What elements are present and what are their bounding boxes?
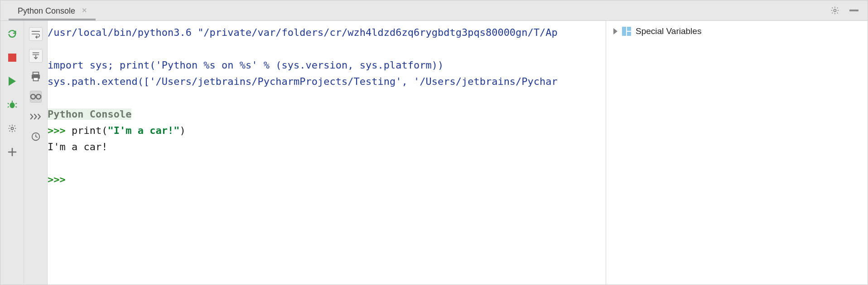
variables-group-icon <box>622 27 631 36</box>
console-extend-line: sys.path.extend(['/Users/jetbrains/Pycha… <box>48 76 558 87</box>
console-stmt-suffix: ) <box>179 125 185 136</box>
console-prompt-empty: >>> <box>48 174 72 185</box>
svg-line-8 <box>7 107 9 108</box>
console-heading: Python Console <box>48 108 131 120</box>
settings-icon[interactable] <box>6 123 18 134</box>
svg-line-9 <box>15 107 17 108</box>
svg-marker-3 <box>9 77 16 86</box>
stop-icon[interactable] <box>6 52 18 64</box>
tool-window-body: /usr/local/bin/python3.6 "/private/var/f… <box>0 21 868 285</box>
close-tab-icon[interactable]: ✕ <box>82 6 87 15</box>
console-interpreter-line: /usr/local/bin/python3.6 "/private/var/f… <box>48 27 558 38</box>
console-stmt-string: "I'm a car!" <box>107 125 179 136</box>
rerun-icon[interactable] <box>6 28 18 40</box>
run-toolbar <box>0 21 24 285</box>
svg-line-7 <box>15 103 17 104</box>
console-prompt: >>> <box>48 125 72 136</box>
hide-icon[interactable] <box>849 5 859 16</box>
console-stmt-prefix: print( <box>72 125 107 136</box>
variables-panel: Special Variables <box>606 21 868 285</box>
tab-python-console[interactable]: Python Console ✕ <box>9 3 96 20</box>
debug-icon[interactable] <box>6 99 18 111</box>
svg-point-4 <box>10 103 14 108</box>
special-variables-label: Special Variables <box>636 26 701 36</box>
gear-icon[interactable] <box>829 5 840 16</box>
show-variables-icon[interactable] <box>30 91 42 103</box>
svg-point-20 <box>31 94 35 99</box>
tab-title: Python Console <box>18 6 75 16</box>
run-icon[interactable] <box>6 75 18 87</box>
soft-wrap-icon[interactable] <box>29 27 43 41</box>
scroll-to-end-icon[interactable] <box>29 49 43 63</box>
svg-rect-19 <box>33 78 38 81</box>
expand-triangle-icon[interactable] <box>613 28 617 34</box>
svg-point-21 <box>36 94 41 99</box>
svg-line-6 <box>7 103 9 104</box>
add-icon[interactable] <box>6 146 18 158</box>
history-icon[interactable] <box>30 131 42 142</box>
console-output[interactable]: /usr/local/bin/python3.6 "/private/var/f… <box>48 21 606 285</box>
svg-point-0 <box>834 9 836 11</box>
tool-window-tabbar: Python Console ✕ <box>0 0 868 21</box>
svg-rect-2 <box>8 54 16 62</box>
svg-rect-17 <box>33 72 39 74</box>
svg-rect-1 <box>849 10 858 11</box>
execute-multiline-icon[interactable] <box>30 111 42 123</box>
svg-point-10 <box>11 127 13 129</box>
special-variables-node[interactable]: Special Variables <box>613 26 860 36</box>
console-output-line: I'm a car! <box>48 141 107 152</box>
console-import-line: import sys; print('Python %s on %s' % (s… <box>48 59 444 71</box>
console-toolbar <box>24 21 48 285</box>
print-icon[interactable] <box>30 71 42 83</box>
